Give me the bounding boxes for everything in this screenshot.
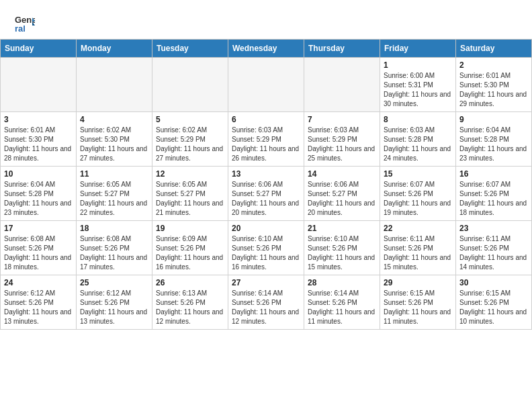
day-number: 16 [459,169,528,179]
week-row-3: 10Sunrise: 6:04 AMSunset: 5:28 PMDayligh… [1,167,532,221]
day-number: 20 [232,224,300,233]
day-cell: 17Sunrise: 6:08 AMSunset: 5:26 PMDayligh… [1,221,77,275]
day-info: Sunrise: 6:10 AMSunset: 5:26 PMDaylight:… [308,234,376,272]
day-number: 30 [459,278,528,287]
day-number: 10 [4,169,73,179]
day-cell: 2Sunrise: 6:01 AMSunset: 5:30 PMDaylight… [456,58,532,112]
day-cell: 25Sunrise: 6:12 AMSunset: 5:26 PMDayligh… [77,275,152,330]
day-number: 2 [459,60,528,70]
day-info: Sunrise: 6:13 AMSunset: 5:26 PMDaylight:… [156,289,224,326]
day-cell: 16Sunrise: 6:07 AMSunset: 5:26 PMDayligh… [456,167,532,221]
day-cell [228,58,304,112]
day-info: Sunrise: 6:14 AMSunset: 5:26 PMDaylight:… [232,289,300,326]
day-info: Sunrise: 6:06 AMSunset: 5:27 PMDaylight:… [308,180,376,218]
week-row-1: 1Sunrise: 6:00 AMSunset: 5:31 PMDaylight… [1,58,532,112]
day-cell: 11Sunrise: 6:05 AMSunset: 5:27 PMDayligh… [77,167,152,221]
day-info: Sunrise: 6:05 AMSunset: 5:27 PMDaylight:… [156,180,224,218]
day-number: 8 [384,115,452,124]
day-info: Sunrise: 6:08 AMSunset: 5:26 PMDaylight:… [80,234,148,272]
day-cell: 12Sunrise: 6:05 AMSunset: 5:27 PMDayligh… [152,167,228,221]
day-number: 28 [308,278,376,287]
weekday-header-wednesday: Wednesday [228,40,304,58]
page-header: Gene ral [0,0,532,39]
day-number: 19 [156,224,224,233]
day-cell: 13Sunrise: 6:06 AMSunset: 5:27 PMDayligh… [228,167,304,221]
day-cell [1,58,77,112]
day-number: 3 [4,115,73,124]
day-cell: 22Sunrise: 6:11 AMSunset: 5:26 PMDayligh… [380,221,456,275]
day-cell: 5Sunrise: 6:02 AMSunset: 5:29 PMDaylight… [152,112,228,167]
day-number: 12 [156,169,224,179]
day-number: 29 [384,278,452,287]
day-number: 9 [459,115,528,124]
week-row-4: 17Sunrise: 6:08 AMSunset: 5:26 PMDayligh… [1,221,532,275]
day-cell: 28Sunrise: 6:14 AMSunset: 5:26 PMDayligh… [304,275,380,330]
day-info: Sunrise: 6:04 AMSunset: 5:28 PMDaylight:… [459,126,528,163]
day-cell [77,58,152,112]
day-cell: 29Sunrise: 6:15 AMSunset: 5:26 PMDayligh… [380,275,456,330]
day-cell: 8Sunrise: 6:03 AMSunset: 5:28 PMDaylight… [380,112,456,167]
day-cell: 24Sunrise: 6:12 AMSunset: 5:26 PMDayligh… [1,275,77,330]
day-cell [304,58,380,112]
day-cell: 21Sunrise: 6:10 AMSunset: 5:26 PMDayligh… [304,221,380,275]
day-info: Sunrise: 6:03 AMSunset: 5:28 PMDaylight:… [384,126,452,163]
day-info: Sunrise: 6:03 AMSunset: 5:29 PMDaylight:… [232,126,300,163]
weekday-header-tuesday: Tuesday [152,40,228,58]
day-number: 15 [384,169,452,179]
day-info: Sunrise: 6:03 AMSunset: 5:29 PMDaylight:… [308,126,376,163]
day-number: 25 [80,278,148,287]
calendar-table: SundayMondayTuesdayWednesdayThursdayFrid… [0,39,532,330]
day-info: Sunrise: 6:05 AMSunset: 5:27 PMDaylight:… [80,180,148,218]
day-cell: 26Sunrise: 6:13 AMSunset: 5:26 PMDayligh… [152,275,228,330]
day-cell: 4Sunrise: 6:02 AMSunset: 5:30 PMDaylight… [77,112,152,167]
svg-text:ral: ral [15,24,26,34]
day-info: Sunrise: 6:06 AMSunset: 5:27 PMDaylight:… [232,180,300,218]
logo: Gene ral [13,12,39,34]
day-number: 23 [459,224,528,233]
day-info: Sunrise: 6:12 AMSunset: 5:26 PMDaylight:… [80,289,148,326]
weekday-header-thursday: Thursday [304,40,380,58]
day-cell: 18Sunrise: 6:08 AMSunset: 5:26 PMDayligh… [77,221,152,275]
day-number: 6 [232,115,300,124]
day-number: 7 [308,115,376,124]
day-cell: 15Sunrise: 6:07 AMSunset: 5:26 PMDayligh… [380,167,456,221]
day-info: Sunrise: 6:15 AMSunset: 5:26 PMDaylight:… [459,289,528,326]
day-number: 21 [308,224,376,233]
day-cell: 1Sunrise: 6:00 AMSunset: 5:31 PMDaylight… [380,58,456,112]
day-number: 18 [80,224,148,233]
day-info: Sunrise: 6:10 AMSunset: 5:26 PMDaylight:… [232,234,300,272]
day-cell: 10Sunrise: 6:04 AMSunset: 5:28 PMDayligh… [1,167,77,221]
day-info: Sunrise: 6:01 AMSunset: 5:30 PMDaylight:… [459,71,528,109]
weekday-header-monday: Monday [77,40,152,58]
day-info: Sunrise: 6:07 AMSunset: 5:26 PMDaylight:… [459,180,528,218]
day-number: 5 [156,115,224,124]
day-info: Sunrise: 6:08 AMSunset: 5:26 PMDaylight:… [4,234,73,272]
day-cell: 9Sunrise: 6:04 AMSunset: 5:28 PMDaylight… [456,112,532,167]
day-info: Sunrise: 6:12 AMSunset: 5:26 PMDaylight:… [4,289,73,326]
day-number: 26 [156,278,224,287]
day-info: Sunrise: 6:00 AMSunset: 5:31 PMDaylight:… [384,71,452,109]
day-cell: 19Sunrise: 6:09 AMSunset: 5:26 PMDayligh… [152,221,228,275]
day-number: 1 [384,60,452,70]
weekday-header-saturday: Saturday [456,40,532,58]
week-row-5: 24Sunrise: 6:12 AMSunset: 5:26 PMDayligh… [1,275,532,330]
day-number: 11 [80,169,148,179]
day-info: Sunrise: 6:04 AMSunset: 5:28 PMDaylight:… [4,180,73,218]
logo-icon: Gene ral [13,12,35,34]
day-info: Sunrise: 6:15 AMSunset: 5:26 PMDaylight:… [384,289,452,326]
day-cell: 14Sunrise: 6:06 AMSunset: 5:27 PMDayligh… [304,167,380,221]
day-info: Sunrise: 6:01 AMSunset: 5:30 PMDaylight:… [4,126,73,163]
day-cell: 23Sunrise: 6:11 AMSunset: 5:26 PMDayligh… [456,221,532,275]
day-info: Sunrise: 6:09 AMSunset: 5:26 PMDaylight:… [156,234,224,272]
day-cell [152,58,228,112]
weekday-header-friday: Friday [380,40,456,58]
day-cell: 20Sunrise: 6:10 AMSunset: 5:26 PMDayligh… [228,221,304,275]
day-info: Sunrise: 6:07 AMSunset: 5:26 PMDaylight:… [384,180,452,218]
weekday-header-sunday: Sunday [1,40,77,58]
day-cell: 30Sunrise: 6:15 AMSunset: 5:26 PMDayligh… [456,275,532,330]
day-number: 14 [308,169,376,179]
day-cell: 3Sunrise: 6:01 AMSunset: 5:30 PMDaylight… [1,112,77,167]
weekday-header-row: SundayMondayTuesdayWednesdayThursdayFrid… [1,40,532,58]
day-number: 13 [232,169,300,179]
day-number: 24 [4,278,73,287]
